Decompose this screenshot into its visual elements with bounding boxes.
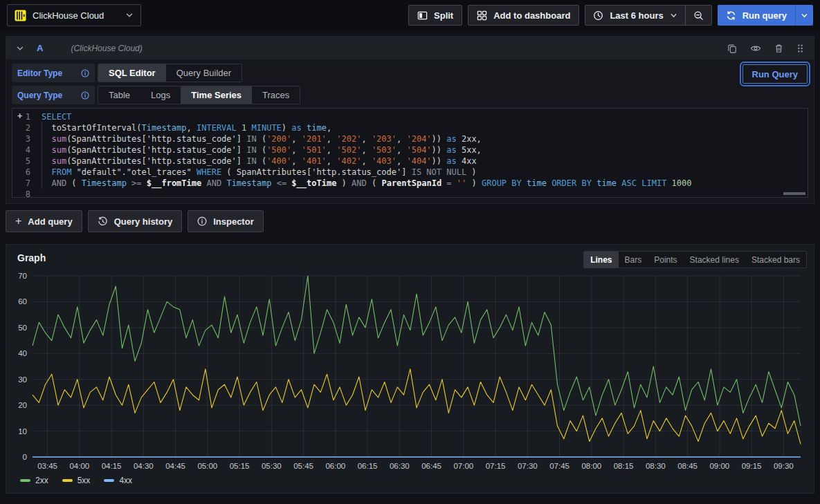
split-button[interactable]: Split <box>408 5 462 26</box>
query-type-option-traces[interactable]: Traces <box>252 86 300 104</box>
svg-text:40: 40 <box>18 349 27 357</box>
svg-text:20: 20 <box>18 401 27 409</box>
legend-item-2xx[interactable]: 2xx <box>20 476 48 485</box>
svg-text:08:30: 08:30 <box>646 462 666 470</box>
explore-actions-row: + Add query Query history Inspector <box>6 210 814 232</box>
plus-icon: + <box>15 216 21 227</box>
legend-item-4xx[interactable]: 4xx <box>104 476 132 485</box>
svg-text:07:15: 07:15 <box>486 462 506 470</box>
code-line[interactable]: 4 sum(SpanAttributes['http.status_code']… <box>12 144 808 156</box>
svg-text:60: 60 <box>18 297 27 306</box>
info-circle-icon <box>197 216 207 226</box>
inspector-button[interactable]: Inspector <box>188 210 264 232</box>
zoom-out-time-button[interactable] <box>685 6 711 25</box>
legend-label: 4xx <box>119 476 132 485</box>
legend-color-pill <box>104 479 114 482</box>
info-icon[interactable] <box>81 69 89 77</box>
code-line[interactable]: 5 sum(SpanAttributes['http.status_code']… <box>12 156 808 167</box>
svg-text:10: 10 <box>18 427 27 436</box>
run-query-label: Run query <box>742 10 787 21</box>
run-query-toolbar-button[interactable]: Run query <box>718 5 795 26</box>
graph-style-lines[interactable]: Lines <box>584 252 618 268</box>
line-number: 3 <box>12 133 42 144</box>
datasource-name: ClickHouse Cloud <box>33 10 119 21</box>
svg-text:09:00: 09:00 <box>709 462 729 470</box>
query-editor-body: Editor Type SQL Editor Query Builder Que… <box>6 59 814 203</box>
code-line[interactable]: 1+SELECT <box>12 111 808 122</box>
query-type-option-table[interactable]: Table <box>98 86 140 104</box>
add-line-plus-icon[interactable]: + <box>17 111 22 122</box>
graph-style-points[interactable]: Points <box>648 252 683 268</box>
editor-type-row: Editor Type SQL Editor Query Builder <box>12 64 808 82</box>
editor-type-option-query-builder[interactable]: Query Builder <box>166 64 242 82</box>
collapse-chevron-icon[interactable] <box>16 44 24 53</box>
code-line[interactable]: 8 <box>12 189 808 198</box>
graph-style-stacked-lines[interactable]: Stacked lines <box>684 252 745 268</box>
svg-text:08:45: 08:45 <box>677 462 698 470</box>
svg-text:05:30: 05:30 <box>262 462 282 470</box>
query-ref-id[interactable]: A <box>37 43 43 53</box>
svg-text:06:15: 06:15 <box>358 462 378 470</box>
zoom-out-icon <box>693 10 704 21</box>
run-query-editor-button[interactable]: Run Query <box>742 64 808 84</box>
legend-label: 2xx <box>35 476 48 485</box>
svg-text:03:45: 03:45 <box>37 462 57 470</box>
graph-style-stacked-bars[interactable]: Stacked bars <box>745 252 806 268</box>
svg-text:30: 30 <box>18 375 27 384</box>
duplicate-query-icon[interactable] <box>727 44 737 53</box>
split-label: Split <box>434 10 453 21</box>
clock-icon <box>593 10 603 21</box>
svg-text:05:45: 05:45 <box>293 462 313 470</box>
hide-response-eye-icon[interactable] <box>750 44 761 53</box>
sql-code-editor[interactable]: 1+SELECT2 toStartOfInterval(Timestamp, I… <box>12 108 808 198</box>
drag-handle-icon[interactable] <box>796 44 804 53</box>
chart-legend: 2xx5xx4xx <box>12 474 808 485</box>
time-range-button[interactable]: Last 6 hours <box>585 6 684 25</box>
delete-query-trash-icon[interactable] <box>774 44 783 53</box>
line-number: 5 <box>12 156 42 167</box>
svg-text:04:00: 04:00 <box>69 462 89 470</box>
query-history-label: Query history <box>114 216 173 227</box>
time-series-chart[interactable]: 01020304050607003:4504:0004:1504:3004:45… <box>12 266 808 474</box>
run-query-options-button[interactable] <box>795 5 813 26</box>
chevron-down-icon <box>670 12 677 19</box>
add-to-dashboard-label: Add to dashboard <box>493 10 570 21</box>
horizontal-scrollbar[interactable] <box>783 192 805 195</box>
inspector-label: Inspector <box>213 216 254 227</box>
datasource-picker[interactable]: ClickHouse Cloud <box>7 4 141 26</box>
code-line[interactable]: 3 sum(SpanAttributes['http.status_code']… <box>12 133 808 144</box>
svg-text:05:15: 05:15 <box>230 462 250 470</box>
svg-text:50: 50 <box>18 324 27 332</box>
refresh-icon <box>726 10 736 21</box>
legend-item-5xx[interactable]: 5xx <box>62 476 91 485</box>
code-line[interactable]: 6 FROM "default"."otel_traces" WHERE ( S… <box>12 167 808 178</box>
query-type-row: Query Type Table Logs Time Series Traces <box>12 86 808 104</box>
svg-text:0: 0 <box>23 453 27 461</box>
query-type-option-time-series[interactable]: Time Series <box>181 86 252 104</box>
svg-text:08:15: 08:15 <box>614 462 634 470</box>
query-type-option-logs[interactable]: Logs <box>140 86 181 104</box>
add-to-dashboard-button[interactable]: Add to dashboard <box>468 5 579 26</box>
query-type-segmented: Table Logs Time Series Traces <box>98 86 300 104</box>
run-query-split-button: Run query <box>718 5 813 26</box>
line-number: 1+ <box>12 111 42 122</box>
code-line[interactable]: 7 AND ( Timestamp >= $__fromTime AND Tim… <box>12 178 808 189</box>
query-history-button[interactable]: Query history <box>88 210 183 232</box>
code-line[interactable]: 2 toStartOfInterval(Timestamp, INTERVAL … <box>12 122 808 133</box>
editor-type-option-sql-editor[interactable]: SQL Editor <box>98 64 166 82</box>
svg-text:07:45: 07:45 <box>549 462 570 470</box>
chart-svg[interactable]: 01020304050607003:4504:0004:1504:3004:45… <box>12 266 808 474</box>
query-editor-panel: A (ClickHouse Cloud) Editor Type <box>6 36 814 204</box>
add-query-button[interactable]: + Add query <box>6 210 82 232</box>
graph-style-radio-group: Lines Bars Points Stacked lines Stacked … <box>583 251 807 268</box>
svg-text:09:15: 09:15 <box>742 462 762 470</box>
svg-text:04:45: 04:45 <box>165 462 185 470</box>
info-icon[interactable] <box>81 91 89 100</box>
svg-text:07:30: 07:30 <box>518 462 538 470</box>
svg-text:06:00: 06:00 <box>325 462 345 470</box>
time-range-label: Last 6 hours <box>610 10 663 21</box>
svg-text:09:30: 09:30 <box>774 462 794 470</box>
svg-text:04:30: 04:30 <box>134 462 154 470</box>
graph-style-bars[interactable]: Bars <box>619 252 648 268</box>
time-picker-group: Last 6 hours <box>585 5 711 26</box>
